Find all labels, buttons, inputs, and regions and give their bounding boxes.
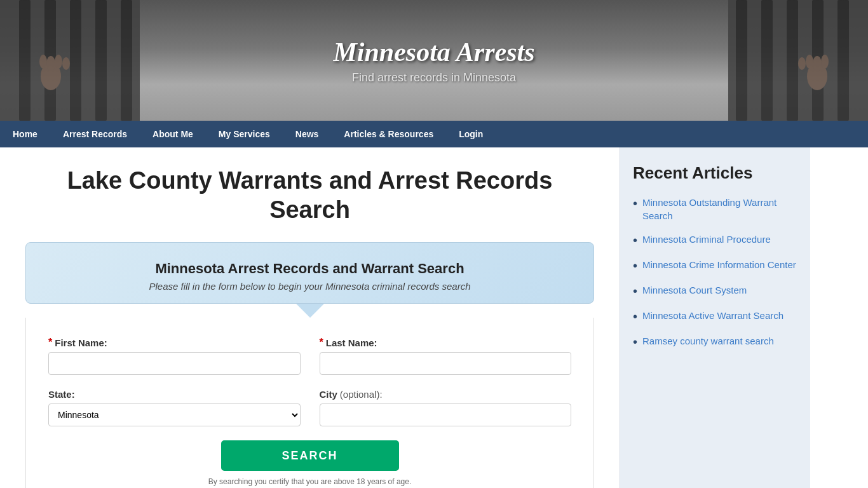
nav-my-services[interactable]: My Services bbox=[206, 121, 283, 147]
sidebar-list-item: Minnesota Active Warrant Search bbox=[633, 309, 797, 324]
sidebar-article-link[interactable]: Minnesota Criminal Procedure bbox=[642, 233, 771, 246]
sidebar-article-link[interactable]: Minnesota Outstanding Warrant Search bbox=[642, 196, 797, 222]
svg-rect-23 bbox=[728, 0, 868, 121]
recent-articles-list: Minnesota Outstanding Warrant SearchMinn… bbox=[633, 196, 797, 349]
main-nav: Home Arrest Records About Me My Services… bbox=[0, 121, 868, 147]
nav-login[interactable]: Login bbox=[446, 121, 496, 147]
nav-news[interactable]: News bbox=[283, 121, 332, 147]
form-box-title: Minnesota Arrest Records and Warrant Sea… bbox=[48, 261, 571, 277]
hero-section: Minnesota Arrests Find arrest records in… bbox=[0, 0, 868, 121]
city-label: City (optional): bbox=[320, 389, 572, 400]
name-row: * First Name: * Last Name: bbox=[48, 337, 571, 375]
site-title: Minnesota Arrests bbox=[333, 37, 534, 67]
city-input[interactable] bbox=[320, 403, 572, 426]
last-name-input[interactable] bbox=[320, 352, 572, 375]
form-disclaimer: By searching you certify that you are ab… bbox=[48, 477, 571, 486]
location-row: State: Minnesota Alabama Alaska Arizona … bbox=[48, 389, 571, 426]
nav-articles-resources[interactable]: Articles & Resources bbox=[331, 121, 446, 147]
hero-content: Minnesota Arrests Find arrest records in… bbox=[333, 37, 534, 85]
first-name-label: * First Name: bbox=[48, 337, 301, 348]
nav-home[interactable]: Home bbox=[0, 121, 50, 147]
sidebar-article-link[interactable]: Minnesota Court System bbox=[642, 283, 747, 297]
main-content: Lake County Warrants and Arrest Records … bbox=[0, 147, 620, 488]
sidebar-list-item: Ramsey county warrant search bbox=[633, 334, 797, 349]
state-group: State: Minnesota Alabama Alaska Arizona … bbox=[48, 389, 301, 426]
city-group: City (optional): bbox=[320, 389, 572, 426]
nav-about-me[interactable]: About Me bbox=[140, 121, 206, 147]
sidebar-article-link[interactable]: Minnesota Active Warrant Search bbox=[642, 309, 783, 322]
svg-rect-11 bbox=[0, 0, 140, 121]
search-button[interactable]: SEARCH bbox=[221, 440, 399, 471]
page-title: Lake County Warrants and Arrest Records … bbox=[25, 166, 594, 224]
main-wrapper: Lake County Warrants and Arrest Records … bbox=[0, 147, 868, 488]
sidebar-list-item: Minnesota Court System bbox=[633, 283, 797, 299]
sidebar-list-item: Minnesota Criminal Procedure bbox=[633, 233, 797, 248]
sidebar-article-link[interactable]: Ramsey county warrant search bbox=[642, 334, 774, 348]
sidebar: Recent Articles Minnesota Outstanding Wa… bbox=[620, 147, 810, 488]
hero-bars-left bbox=[0, 0, 140, 121]
first-name-group: * First Name: bbox=[48, 337, 301, 375]
sidebar-title: Recent Articles bbox=[633, 163, 797, 183]
sidebar-list-item: Minnesota Outstanding Warrant Search bbox=[633, 196, 797, 222]
required-star-first: * bbox=[48, 337, 52, 348]
last-name-group: * Last Name: bbox=[320, 337, 572, 375]
nav-arrest-records[interactable]: Arrest Records bbox=[50, 121, 140, 147]
state-select[interactable]: Minnesota Alabama Alaska Arizona Arkansa… bbox=[48, 403, 301, 426]
search-form: * First Name: * Last Name: State: bbox=[25, 318, 594, 488]
state-label: State: bbox=[48, 389, 301, 400]
form-box-subtitle: Please fill in the form below to begin y… bbox=[48, 281, 571, 292]
hero-bars-right bbox=[728, 0, 868, 121]
form-box-arrow bbox=[296, 304, 324, 318]
last-name-label: * Last Name: bbox=[320, 337, 572, 348]
required-star-last: * bbox=[320, 337, 323, 348]
site-subtitle: Find arrest records in Minnesota bbox=[333, 71, 534, 85]
form-intro-box: Minnesota Arrest Records and Warrant Sea… bbox=[25, 242, 594, 304]
sidebar-article-link[interactable]: Minnesota Crime Information Center bbox=[642, 258, 796, 271]
sidebar-list-item: Minnesota Crime Information Center bbox=[633, 258, 797, 273]
first-name-input[interactable] bbox=[48, 352, 301, 375]
